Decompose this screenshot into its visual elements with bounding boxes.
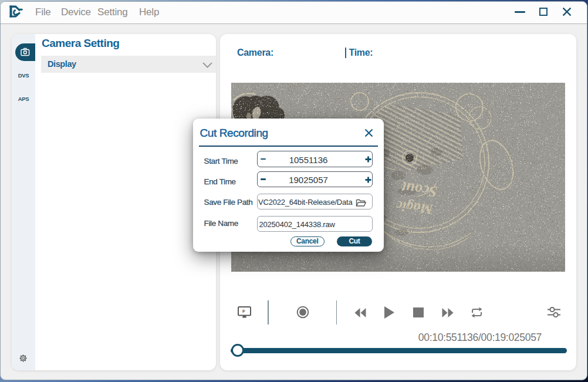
svg-text:F: F [242, 309, 245, 314]
